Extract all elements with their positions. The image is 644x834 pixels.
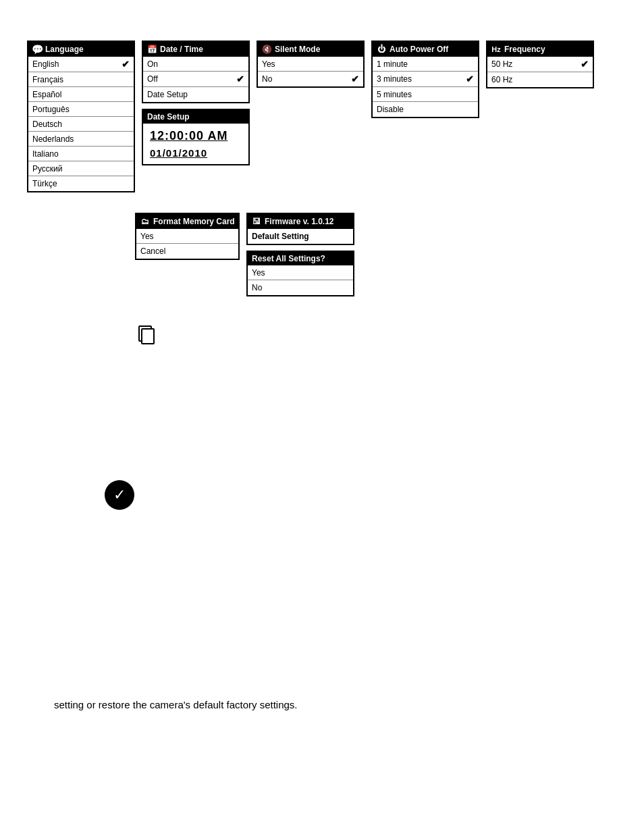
- format-panel: 🗂 Format Memory Card Yes Cancel: [135, 213, 240, 260]
- language-panel: 💬 Language English ✔ Français Español Po…: [27, 41, 135, 192]
- time-display[interactable]: 12:00:00 AM: [150, 129, 242, 143]
- reset-item-yes[interactable]: Yes: [248, 265, 353, 280]
- firmware-panel: 🖫 Firmware v. 1.0.12 Default Setting: [246, 213, 354, 245]
- datetime-item-off[interactable]: Off ✔: [143, 72, 248, 87]
- firmware-panel-title: Firmware v. 1.0.12: [265, 217, 334, 226]
- reset-panel-header: Reset All Settings?: [248, 252, 353, 265]
- autopower-item-5min[interactable]: 5 minutes: [373, 87, 478, 102]
- silent-panel-title: Silent Mode: [275, 45, 320, 54]
- check-english: ✔: [122, 59, 130, 70]
- format-panel-title: Format Memory Card: [153, 217, 235, 226]
- calendar-icon: 📅: [146, 44, 157, 55]
- autopower-panel-body: 1 minute 3 minutes ✔ 5 minutes Disable: [373, 57, 478, 117]
- silent-panel: 🔇 Silent Mode Yes No ✔: [257, 41, 365, 88]
- silent-icon: 🔇: [261, 44, 272, 55]
- silent-item-yes[interactable]: Yes: [258, 57, 363, 72]
- autopower-item-1min[interactable]: 1 minute: [373, 57, 478, 72]
- reset-panel-title: Reset All Settings?: [252, 254, 325, 263]
- frequency-item-60hz[interactable]: 60 Hz: [487, 72, 593, 87]
- frequency-item-50hz[interactable]: 50 Hz ✔: [487, 57, 593, 72]
- copy-icon: [135, 323, 157, 345]
- checkmark-section: ✓: [105, 480, 617, 510]
- format-icon: 🗂: [140, 216, 151, 227]
- format-item-cancel[interactable]: Cancel: [136, 244, 238, 259]
- panels-row-2: 🗂 Format Memory Card Yes Cancel 🖫 Firmwa…: [135, 213, 617, 296]
- autopower-item-disable[interactable]: Disable: [373, 102, 478, 117]
- checkmark-circle-icon: ✓: [105, 480, 134, 510]
- datetime-panel-title: Date / Time: [160, 45, 203, 54]
- language-item-francais[interactable]: Français: [28, 72, 134, 87]
- language-panel-header: 💬 Language: [28, 42, 134, 57]
- language-item-deutsch[interactable]: Deutsch: [28, 117, 134, 132]
- language-item-espanol[interactable]: Español: [28, 87, 134, 102]
- datetime-wrapper: 📅 Date / Time On Off ✔ Date Setup: [142, 41, 250, 165]
- autopower-panel-title: Auto Power Off: [390, 45, 448, 54]
- copy-icon-item: [135, 323, 157, 345]
- reset-item-no[interactable]: No: [248, 280, 353, 295]
- datetime-item-datesetup[interactable]: Date Setup: [143, 87, 248, 102]
- silent-panel-header: 🔇 Silent Mode: [258, 42, 363, 57]
- firmware-wrapper: 🖫 Firmware v. 1.0.12 Default Setting Res…: [246, 213, 354, 296]
- date-display[interactable]: 01/01/2010: [150, 147, 242, 159]
- datetime-panel: 📅 Date / Time On Off ✔ Date Setup: [142, 41, 250, 103]
- language-item-turkce[interactable]: Türkçe: [28, 176, 134, 191]
- firmware-panel-header: 🖫 Firmware v. 1.0.12: [248, 214, 353, 229]
- check-3min: ✔: [466, 74, 474, 84]
- date-setup-header: Date Setup: [143, 110, 248, 124]
- firmware-item-default[interactable]: Default Setting: [248, 229, 353, 244]
- bottom-description: setting or restore the camera's default …: [54, 699, 298, 710]
- frequency-panel-title: Frequency: [504, 45, 545, 54]
- silent-panel-body: Yes No ✔: [258, 57, 363, 86]
- datetime-panel-body: On Off ✔ Date Setup: [143, 57, 248, 102]
- format-panel-header: 🗂 Format Memory Card: [136, 214, 238, 229]
- frequency-panel-header: Hz Frequency: [487, 42, 593, 57]
- panels-row-1: 💬 Language English ✔ Français Español Po…: [27, 41, 617, 192]
- language-item-english[interactable]: English ✔: [28, 57, 134, 72]
- language-item-italiano[interactable]: Italiano: [28, 147, 134, 161]
- bottom-text: setting or restore the camera's default …: [54, 699, 617, 710]
- date-setup-panel: Date Setup 12:00:00 AM 01/01/2010: [142, 109, 250, 165]
- format-item-yes[interactable]: Yes: [136, 229, 238, 244]
- reset-panel: Reset All Settings? Yes No: [246, 251, 354, 296]
- power-icon: ⏻: [376, 44, 387, 55]
- date-setup-title: Date Setup: [147, 112, 190, 122]
- firmware-icon: 🖫: [251, 216, 262, 227]
- language-icon: 💬: [32, 44, 43, 55]
- language-panel-body: English ✔ Français Español Português Deu…: [28, 57, 134, 191]
- silent-item-no[interactable]: No ✔: [258, 72, 363, 86]
- language-item-nederlands[interactable]: Nederlands: [28, 132, 134, 147]
- autopower-panel: ⏻ Auto Power Off 1 minute 3 minutes ✔ 5 …: [371, 41, 479, 118]
- language-item-russian[interactable]: Русский: [28, 161, 134, 176]
- autopower-panel-header: ⏻ Auto Power Off: [373, 42, 478, 57]
- datetime-item-on[interactable]: On: [143, 57, 248, 72]
- frequency-panel: Hz Frequency 50 Hz ✔ 60 Hz: [486, 41, 594, 88]
- checkmark-symbol: ✓: [113, 486, 126, 504]
- frequency-icon: Hz: [491, 44, 502, 55]
- check-50hz: ✔: [581, 59, 589, 70]
- check-no: ✔: [351, 74, 359, 84]
- date-setup-body: 12:00:00 AM 01/01/2010: [143, 124, 248, 164]
- firmware-panel-body: Default Setting: [248, 229, 353, 244]
- check-off: ✔: [236, 74, 244, 84]
- frequency-panel-body: 50 Hz ✔ 60 Hz: [487, 57, 593, 87]
- datetime-panel-header: 📅 Date / Time: [143, 42, 248, 57]
- autopower-item-3min[interactable]: 3 minutes ✔: [373, 72, 478, 87]
- svg-rect-1: [142, 329, 154, 344]
- language-item-portugues[interactable]: Português: [28, 102, 134, 117]
- icons-section: [135, 323, 617, 345]
- format-panel-body: Yes Cancel: [136, 229, 238, 259]
- language-panel-title: Language: [45, 45, 84, 54]
- reset-panel-body: Yes No: [248, 265, 353, 295]
